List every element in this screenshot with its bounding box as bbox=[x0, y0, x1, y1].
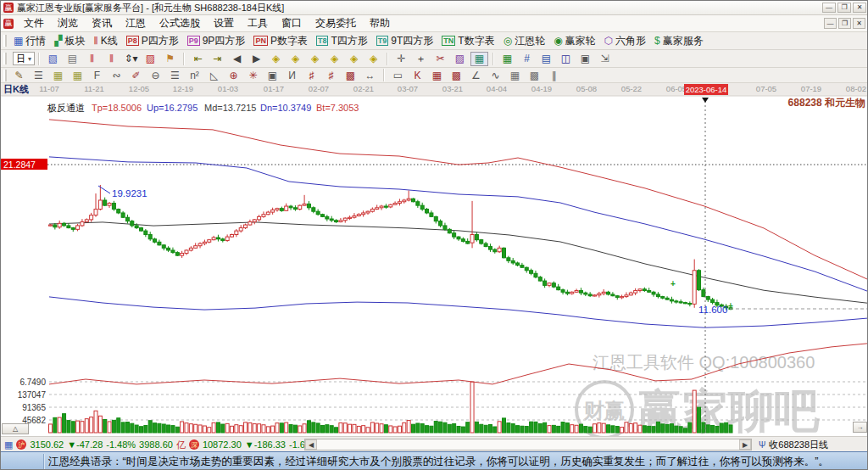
spiral-icon[interactable]: ∾ bbox=[108, 68, 125, 82]
gold-grid-2-icon[interactable]: ▦ bbox=[69, 68, 86, 82]
toolbar-item-9t-square[interactable]: T99T四方形 bbox=[372, 32, 438, 49]
toolbar-item-t-digit-table[interactable]: TNT数字表 bbox=[437, 32, 498, 49]
toolbar-item-9p-square[interactable]: P99P四方形 bbox=[183, 32, 250, 49]
fibonacci-icon[interactable]: F bbox=[88, 68, 106, 82]
step-back-icon[interactable]: ◀ bbox=[228, 52, 246, 66]
menu-item-formula-stock-picker[interactable]: 公式选股 bbox=[153, 15, 207, 31]
kline-chart[interactable]: 日K线11-0711-2112-0512-1901-0301-1702-0702… bbox=[1, 83, 868, 436]
menu-item-news[interactable]: 资讯 bbox=[85, 15, 119, 31]
cut-tool-icon[interactable]: ✂ bbox=[431, 52, 449, 66]
scroll-right-button[interactable]: → bbox=[853, 422, 867, 433]
market-grid-icon[interactable]: ▦ bbox=[4, 439, 13, 450]
gold-grid-1-icon[interactable]: ▦ bbox=[49, 68, 67, 82]
scroll-right-arrow[interactable]: ▶ bbox=[739, 439, 751, 450]
diamond-1-icon[interactable]: ◈ bbox=[267, 52, 285, 66]
toolbar-item-sectors[interactable]: ▞板块 bbox=[50, 32, 89, 49]
toolbar-item-kline[interactable]: ⫴K线 bbox=[90, 32, 122, 49]
notepad-icon[interactable]: ▤ bbox=[537, 52, 555, 66]
scrollbar-track[interactable] bbox=[317, 439, 739, 450]
toolbar-handle[interactable] bbox=[3, 70, 7, 81]
menu-item-settings[interactable]: 设置 bbox=[207, 15, 241, 31]
save-icon[interactable]: ◫ bbox=[557, 52, 575, 66]
percent-grid-icon[interactable]: ▦ bbox=[506, 68, 524, 82]
parallel-lines-icon[interactable]: ∥ bbox=[545, 68, 563, 82]
pen-icon[interactable]: ✎ bbox=[10, 68, 28, 82]
menu-item-browse[interactable]: 浏览 bbox=[51, 15, 85, 31]
maximize-button[interactable]: ❐ bbox=[837, 3, 851, 13]
menu-item-file[interactable]: 文件 bbox=[17, 15, 51, 31]
toolbar-item-winner-service[interactable]: $赢家服务 bbox=[650, 32, 708, 49]
toolbar-item-quotes[interactable]: ▦行情 bbox=[9, 32, 50, 49]
diamond-6-icon[interactable]: ◈ bbox=[364, 52, 382, 66]
doc-icon: 赢 bbox=[3, 19, 14, 29]
calculator-icon[interactable]: # bbox=[518, 52, 536, 66]
angle-line-icon[interactable]: ∠ bbox=[467, 68, 485, 82]
toolbar-item-p-digit-table[interactable]: PNP数字表 bbox=[249, 32, 312, 49]
crosshair-tool-icon[interactable]: ＋ bbox=[412, 52, 430, 66]
target-icon[interactable]: ⊕ bbox=[225, 68, 242, 82]
chart-style-icon[interactable]: ▧ bbox=[44, 52, 62, 66]
menu-item-gann[interactable]: 江恩 bbox=[119, 15, 153, 31]
close-button[interactable]: ✕ bbox=[853, 3, 866, 13]
line-set-icon[interactable]: ☰ bbox=[166, 68, 184, 82]
pattern-box-icon[interactable]: ▨ bbox=[142, 52, 159, 66]
box-icon[interactable]: ▣ bbox=[264, 68, 281, 82]
export-icon[interactable]: ⇲ bbox=[596, 52, 614, 66]
marker-icon[interactable]: ✐ bbox=[127, 68, 145, 82]
toolbar-item-p-square[interactable]: P8P四方形 bbox=[122, 32, 183, 49]
scroll-left-arrow[interactable]: ◀ bbox=[305, 439, 317, 450]
updown-select-icon[interactable]: ⇕▾ bbox=[122, 52, 140, 66]
horizontal-scrollbar[interactable]: ◀ ▶ bbox=[304, 439, 752, 450]
ray-tool-icon[interactable]: K bbox=[409, 68, 426, 82]
burst-icon[interactable]: ✳ bbox=[244, 68, 262, 82]
info-panel-icon[interactable]: ▤ bbox=[64, 52, 81, 66]
sz-change: ▼-186.33 bbox=[245, 439, 286, 450]
mdi-close-button[interactable]: ✕ bbox=[853, 18, 865, 29]
gann-grid-icon[interactable]: ▩ bbox=[342, 68, 359, 82]
menu-item-tools[interactable]: 工具 bbox=[241, 15, 275, 31]
filter-tool-icon[interactable]: ▦ bbox=[470, 52, 488, 66]
chart-area[interactable]: 日K线11-0711-2112-0512-1901-0301-1702-0702… bbox=[1, 83, 868, 436]
step-forward-icon[interactable]: ▶ bbox=[248, 52, 265, 66]
golden-box-icon[interactable]: ▩ bbox=[526, 68, 543, 82]
hatch-icon[interactable]: ☰ bbox=[30, 68, 47, 82]
erase-tool-icon[interactable]: ▨ bbox=[451, 52, 469, 66]
diamond-2-icon[interactable]: ◈ bbox=[287, 52, 304, 66]
kline-style-1-icon[interactable]: ⫴ bbox=[83, 52, 101, 66]
angle-icon[interactable]: ◺ bbox=[205, 68, 223, 82]
menu-item-window[interactable]: 窗口 bbox=[275, 15, 309, 31]
wave-mark-icon[interactable]: И bbox=[283, 68, 301, 82]
hand-tool-icon[interactable]: ✛ bbox=[392, 52, 410, 66]
diamond-3-icon[interactable]: ◈ bbox=[306, 52, 324, 66]
skip-end-icon[interactable]: ⇥ bbox=[209, 52, 226, 66]
toolbar-item-gann-wheel[interactable]: ◎江恩轮 bbox=[499, 32, 549, 49]
diamond-5-icon[interactable]: ◈ bbox=[345, 52, 363, 66]
menu-item-trade-entrust[interactable]: 交易委托 bbox=[309, 15, 363, 31]
red-box-icon[interactable]: ▩ bbox=[448, 68, 465, 82]
width-tool-icon[interactable]: ↔ bbox=[361, 68, 379, 82]
kline-style-2-icon[interactable]: ⫴ bbox=[103, 52, 120, 66]
print-icon[interactable]: ▣ bbox=[576, 52, 594, 66]
menu-item-help[interactable]: 帮助 bbox=[363, 15, 397, 31]
minimize-button[interactable]: — bbox=[822, 3, 836, 13]
gann-fan-1-icon[interactable]: ♯ bbox=[303, 68, 320, 82]
toolbar-handle[interactable] bbox=[3, 53, 7, 64]
diamond-4-icon[interactable]: ◈ bbox=[326, 52, 343, 66]
color-flags-icon[interactable]: ⚑ bbox=[161, 52, 179, 66]
gann-fan-2-icon[interactable]: ♯ bbox=[322, 68, 340, 82]
n-square-icon[interactable]: n² bbox=[186, 68, 203, 82]
calendar-icon[interactable]: ▦ bbox=[498, 52, 516, 66]
wave-line-icon[interactable]: ∿ bbox=[487, 68, 504, 82]
mdi-minimize-button[interactable]: — bbox=[824, 18, 837, 29]
rect-tool-icon[interactable]: ▭ bbox=[389, 68, 407, 82]
protractor-icon[interactable]: ⊖ bbox=[147, 68, 164, 82]
toolbar-handle[interactable] bbox=[3, 35, 7, 47]
toolbar-item-hexagon[interactable]: ⬡六角形 bbox=[600, 32, 650, 49]
skip-start-icon[interactable]: ⇤ bbox=[189, 52, 207, 66]
toolbar-item-winner-wheel[interactable]: ◉赢家轮 bbox=[549, 32, 599, 49]
red-grid-icon[interactable]: ▦ bbox=[428, 68, 446, 82]
period-select[interactable]: 日 ▾ bbox=[13, 52, 35, 65]
expand-pane-button[interactable]: △ bbox=[2, 423, 29, 434]
mdi-restore-button[interactable]: ❐ bbox=[838, 18, 851, 29]
toolbar-item-t-square[interactable]: T8T四方形 bbox=[312, 32, 372, 49]
